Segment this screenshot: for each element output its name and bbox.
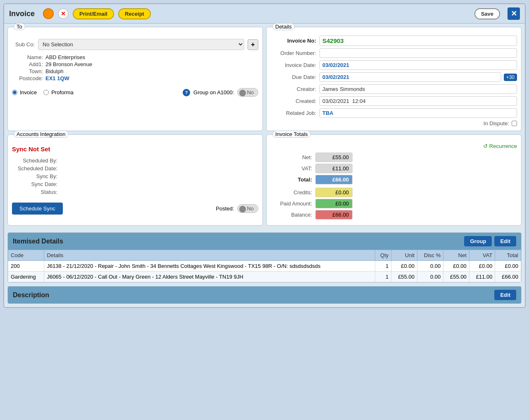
status-row: Status: (12, 189, 258, 195)
plus30-button[interactable]: +30 (504, 74, 517, 81)
itemised-header-buttons: Group Edit (464, 236, 516, 246)
town-row: Town: Bidulph (16, 68, 258, 74)
table-row: Gardening J6065 - 06/12/2020 - Call Out … (8, 272, 521, 282)
total-value: £66.00 (315, 175, 353, 184)
paid-amount-label: Paid Amount: (271, 200, 312, 207)
related-job-value: TBA (319, 108, 517, 118)
col-code: Code (8, 250, 44, 261)
cell-code: Gardening (8, 272, 44, 282)
receipt-button[interactable]: Receipt (118, 8, 151, 19)
invoice-no-row: Invoice No: S42903 (271, 36, 517, 46)
net-row: Net: £55.00 (271, 153, 517, 162)
col-unit: Unit (391, 250, 417, 261)
middle-section: Accounts Integration Sync Not Set Schedu… (4, 134, 525, 229)
window-title: Invoice (9, 10, 35, 18)
creator-row: Creator: (271, 84, 517, 94)
details-panel: Details Invoice No: S42903 Order Number:… (266, 27, 522, 131)
edit-description-button[interactable]: Edit (494, 290, 516, 300)
due-date-row: Due Date: 03/02/2021 +30 (271, 72, 517, 82)
group-button[interactable]: Group (464, 236, 492, 246)
related-job-label: Related Job: (271, 110, 316, 116)
recurrence-icon: ↺ (483, 143, 489, 149)
close-button[interactable]: ✕ (508, 7, 520, 20)
orange-circle-button[interactable] (43, 8, 54, 19)
created-label: Created: (271, 98, 316, 104)
paid-amount-row: Paid Amount: £0.00 (271, 199, 517, 208)
col-qty: Qty (375, 250, 391, 261)
invoice-date-row: Invoice Date: 03/02/2021 (271, 60, 517, 70)
town-label: Town: (16, 68, 43, 74)
scheduled-date-row: Scheduled Date: (12, 165, 258, 172)
cell-details: J6065 - 06/12/2020 - Call Out - Mary Gre… (44, 272, 375, 282)
posted-label: Posted: (216, 205, 234, 212)
vat-value: £11.00 (315, 164, 353, 173)
proforma-radio[interactable] (43, 90, 49, 95)
schedule-sync-button[interactable]: Schedule Sync (12, 203, 63, 215)
name-row: Name: ABD Enterprises (16, 54, 258, 60)
invoice-radio-group: Invoice (12, 89, 37, 95)
header-bar: Invoice ✕ Print/Email Receipt Save ✕ (4, 4, 525, 24)
to-panel-label: To (14, 23, 25, 30)
group-a1000-toggle[interactable]: No (237, 88, 258, 97)
status-label: Status: (12, 189, 57, 195)
posted-row: Posted: No (216, 204, 258, 213)
credits-value: £0.00 (315, 188, 353, 197)
totals-panel: Invoice Totals ↺ Recurrence Net: £55.00 … (266, 134, 522, 226)
cell-vat: £11.00 (469, 272, 495, 282)
col-vat: VAT (469, 250, 495, 261)
proforma-radio-label[interactable]: Proforma (51, 89, 73, 95)
add-sub-co-button[interactable]: + (248, 39, 258, 50)
recurrence-row: ↺ Recurrence (271, 143, 517, 149)
order-number-label: Order Number: (271, 50, 316, 56)
postcode-value: EX1 1QW (45, 75, 69, 81)
items-table: Code Details Qty Unit Disc % Net VAT Tot… (8, 250, 521, 282)
cell-unit: £0.00 (391, 261, 417, 272)
cell-vat: £0.00 (469, 261, 495, 272)
created-input[interactable] (319, 96, 517, 106)
help-icon[interactable]: ? (183, 89, 190, 96)
order-number-input[interactable] (319, 48, 517, 58)
save-button[interactable]: Save (474, 8, 500, 19)
cell-code: 200 (8, 261, 44, 272)
order-number-row: Order Number: (271, 48, 517, 58)
name-label: Name: (16, 54, 43, 60)
recurrence-button[interactable]: ↺ Recurrence (483, 143, 517, 149)
balance-label: Balance: (271, 212, 312, 218)
col-disc: Disc % (417, 250, 443, 261)
creator-input[interactable] (319, 84, 517, 94)
itemised-section: Itemised Details Group Edit Code Details… (7, 232, 522, 283)
radio-row: Invoice Proforma ? Group on A1000: No (12, 88, 258, 97)
group-a1000-label: Group on A1000: (193, 89, 234, 95)
totals-grid: Net: £55.00 VAT: £11.00 Total: £66.00 Cr… (271, 153, 517, 220)
address-grid: Name: ABD Enterprises Add1: 29 Bronson A… (16, 54, 258, 81)
invoice-radio[interactable] (12, 90, 17, 95)
totals-panel-label: Invoice Totals (272, 131, 311, 138)
sub-co-label: Sub Co: (12, 41, 35, 48)
sync-date-label: Sync Date: (12, 181, 57, 187)
town-value: Bidulph (45, 68, 63, 74)
in-dispute-checkbox[interactable] (512, 121, 517, 126)
posted-toggle[interactable]: No (237, 204, 258, 213)
invoice-date-label: Invoice Date: (271, 62, 316, 68)
postcode-label: Postcode: (16, 75, 43, 81)
balance-row: Balance: £66.00 (271, 210, 517, 220)
print-email-button[interactable]: Print/Email (73, 8, 114, 19)
cell-disc: 0.00 (417, 261, 443, 272)
in-dispute-row: In Dispute: (271, 120, 517, 126)
edit-items-button[interactable]: Edit (494, 236, 516, 246)
in-dispute-label: In Dispute: (484, 120, 509, 126)
total-label: Total: (271, 177, 312, 183)
related-job-row: Related Job: TBA (271, 108, 517, 118)
scheduled-by-label: Scheduled By: (12, 158, 57, 164)
postcode-row: Postcode: EX1 1QW (16, 75, 258, 81)
itemised-header: Itemised Details Group Edit (8, 233, 521, 250)
invoice-radio-label[interactable]: Invoice (20, 89, 37, 95)
top-section: To Sub Co: No Selection + Name: ABD Ente… (4, 24, 525, 134)
sync-by-row: Sync By: (12, 173, 258, 179)
sync-not-set-label: Sync Not Set (12, 146, 258, 153)
red-x-button[interactable]: ✕ (58, 8, 69, 19)
credits-label: Credits: (271, 189, 312, 196)
sub-co-select[interactable]: No Selection (38, 39, 244, 50)
cell-net: £55.00 (443, 272, 469, 282)
due-date-label: Due Date: (271, 74, 316, 80)
